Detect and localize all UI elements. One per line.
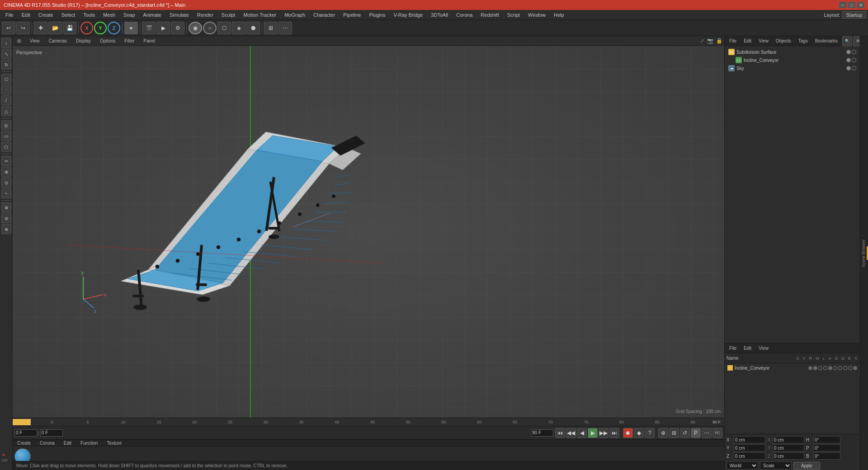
menu-vray[interactable]: V-Ray Bridge [390, 11, 427, 19]
coord-x-pos[interactable] [734, 436, 765, 443]
record-button[interactable]: ⏺ [623, 428, 633, 438]
extra-tool-3[interactable]: ⊛ [1, 224, 11, 234]
menu-snap[interactable]: Snap [120, 11, 139, 19]
coord-z-pos[interactable] [734, 452, 765, 460]
mat-corona-btn[interactable]: Corona [37, 440, 57, 446]
selection-button[interactable]: ■ [124, 22, 138, 34]
menu-script[interactable]: Script [504, 11, 524, 19]
coord-b-val[interactable] [813, 452, 840, 460]
menu-select[interactable]: Select [58, 11, 79, 19]
rotate-tool[interactable]: ↻ [1, 60, 11, 70]
extra-tool-1[interactable]: ⊗ [1, 202, 11, 212]
props-dot-m[interactable] [823, 366, 827, 370]
end-frame-input[interactable] [531, 429, 553, 437]
mat-function-btn[interactable]: Function [78, 440, 100, 446]
object-button[interactable]: ○ [203, 22, 217, 34]
obj-bookmarks-btn[interactable]: Bookmarks [812, 38, 840, 44]
props-item-conveyor[interactable]: Incline_Conveyor [726, 364, 859, 371]
smooth-tool[interactable]: ~ [1, 188, 11, 198]
x-axis-button[interactable]: X [80, 22, 93, 34]
vp-display-btn[interactable]: Display [73, 38, 94, 44]
object-subdivision-surface[interactable]: SS Subdivision Surface [726, 48, 858, 56]
menu-redshift[interactable]: Redshift [477, 11, 502, 19]
vis-dot-2[interactable] [852, 50, 856, 54]
snap-button[interactable]: ⋯ [278, 22, 292, 34]
edge-mode[interactable]: / [1, 95, 11, 105]
p-button[interactable]: P [691, 428, 701, 438]
menu-plugins[interactable]: Plugins [365, 11, 389, 19]
y-axis-button[interactable]: Y [94, 22, 107, 34]
props-dot-l[interactable] [828, 366, 832, 370]
obj-tags-btn[interactable]: Tags [796, 38, 811, 44]
go-end-button[interactable]: ⏭ [609, 428, 619, 438]
object-sky[interactable]: ☁ Sky [726, 64, 858, 72]
grid-button[interactable]: ⊞ [264, 22, 278, 34]
magnet-tool[interactable]: ⊕ [1, 167, 11, 177]
coord-y-pos[interactable] [734, 444, 765, 451]
maximize-button[interactable]: □ [848, 2, 855, 8]
motion-button[interactable]: ⊕ [658, 428, 668, 438]
save-button[interactable]: 💾 [63, 22, 76, 34]
move-tool[interactable]: ↕ [1, 38, 11, 48]
live-select[interactable]: ◎ [1, 120, 11, 130]
object-incline-conveyor[interactable]: LC Incline_Conveyor [726, 56, 858, 64]
menu-create[interactable]: Create [35, 11, 57, 19]
menu-corona[interactable]: Corona [453, 11, 476, 19]
obj-edit-btn[interactable]: Edit [741, 38, 754, 44]
dots-button[interactable]: ⋯ [702, 428, 712, 438]
menu-animate[interactable]: Animate [140, 11, 165, 19]
world-dropdown[interactable]: World Object [726, 461, 758, 470]
scene-button[interactable]: ⬡ [217, 22, 231, 34]
start-frame-input[interactable] [40, 429, 63, 437]
apply-button[interactable]: Apply [793, 462, 820, 470]
props-dot-r[interactable] [818, 366, 822, 370]
props-dot-a[interactable] [833, 366, 837, 370]
lasso-select[interactable]: ⬠ [1, 142, 11, 152]
3d-viewport[interactable]: x y z Perspective Grid Spacing : 100 cm [13, 46, 724, 418]
vis-dot-1[interactable] [846, 50, 851, 54]
prop-edit-btn[interactable]: Edit [741, 345, 754, 351]
vis-dot-5[interactable] [846, 66, 851, 70]
menu-render[interactable]: Render [193, 11, 217, 19]
menu-edit[interactable]: Edit [18, 11, 34, 19]
prev-frame-button[interactable]: ◀ [577, 428, 587, 438]
tab-strip-item[interactable]: Scene Browser [860, 235, 867, 271]
go-start-button[interactable]: ⏮ [555, 428, 565, 438]
vp-filter-btn[interactable]: Filter [122, 38, 137, 44]
vis-dot-4[interactable] [852, 58, 856, 62]
props-dot-v[interactable] [813, 366, 817, 370]
menu-sculpt[interactable]: Sculpt [218, 11, 239, 19]
key-button[interactable]: ◆ [634, 428, 644, 438]
mat-edit-btn[interactable]: Edit [61, 440, 74, 446]
cycle-button[interactable]: ↺ [680, 428, 690, 438]
props-dot-e[interactable] [848, 366, 852, 370]
menu-motion-tracker[interactable]: Motion Tracker [240, 11, 280, 19]
coord-p-val[interactable] [813, 444, 840, 451]
coord-z-size[interactable] [773, 452, 804, 460]
obj-objects-btn[interactable]: Objects [773, 38, 794, 44]
vp-cameras-btn[interactable]: Cameras [46, 38, 70, 44]
vp-lock-icon[interactable]: 🔒 [716, 38, 722, 44]
vp-view-btn[interactable]: View [27, 38, 42, 44]
current-frame-input[interactable] [14, 429, 37, 437]
obj-view-btn[interactable]: View [756, 38, 771, 44]
next-frame-button[interactable]: ▶▶ [599, 428, 609, 438]
window-controls[interactable]: ─ □ ✕ [839, 2, 864, 8]
menu-tools[interactable]: Tools [80, 11, 99, 19]
z-axis-button[interactable]: Z [108, 22, 120, 34]
vis-dot-6[interactable] [852, 66, 856, 70]
deform-button[interactable]: ⬟ [246, 22, 260, 34]
prop-file-btn[interactable]: File [726, 345, 739, 351]
menu-help[interactable]: Help [550, 11, 568, 19]
menu-simulate[interactable]: Simulate [166, 11, 193, 19]
minimize-button[interactable]: ─ [839, 2, 846, 8]
props-dot-g[interactable] [838, 366, 842, 370]
extra-tool-2[interactable]: ⊘ [1, 213, 11, 223]
scale-tool[interactable]: ⤡ [1, 49, 11, 59]
mat-texture-btn[interactable]: Texture [104, 440, 124, 446]
brush-tool[interactable]: ⊙ [1, 178, 11, 188]
props-dot-d[interactable] [843, 366, 847, 370]
prev-key-button[interactable]: ◀◀ [566, 428, 576, 438]
obj-file-btn[interactable]: File [726, 38, 739, 44]
coord-h-val[interactable] [813, 436, 840, 443]
